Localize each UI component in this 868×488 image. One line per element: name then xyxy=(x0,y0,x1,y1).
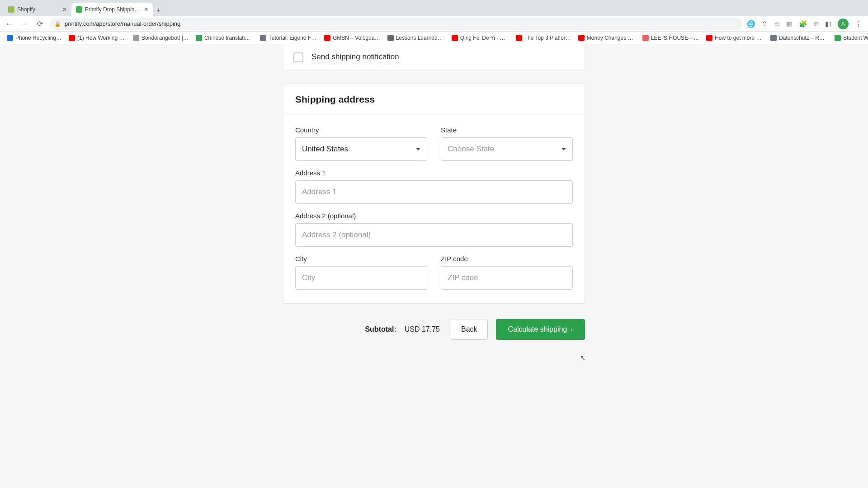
bookmark-item[interactable]: Sonderangebot! |… xyxy=(130,35,192,41)
state-label: State xyxy=(441,126,573,134)
back-button[interactable]: Back xyxy=(451,319,488,340)
back-button-label: Back xyxy=(461,325,477,333)
favicon-icon xyxy=(578,35,585,41)
country-value: United States xyxy=(302,145,348,154)
grid-icon[interactable]: ▦ xyxy=(786,20,793,28)
calculate-label: Calculate shipping xyxy=(508,325,567,333)
bookmark-label: The Top 3 Platfor… xyxy=(524,35,571,41)
side-panel-icon[interactable]: ◧ xyxy=(825,20,831,28)
favicon-icon xyxy=(324,35,330,41)
bookmark-label: How to get more v… xyxy=(715,35,763,41)
favicon-icon xyxy=(76,6,82,13)
bookmark-label: Money Changes E… xyxy=(587,35,635,41)
favicon-icon xyxy=(706,35,712,41)
page-content: Send shipping notification Shipping addr… xyxy=(0,44,868,353)
favicon-icon xyxy=(133,35,139,41)
subtotal-label: Subtotal: xyxy=(365,325,396,333)
calculate-shipping-button[interactable]: Calculate shipping › xyxy=(496,319,585,340)
zip-label: ZIP code xyxy=(441,255,573,263)
shipping-address-card: Shipping address Country United States S… xyxy=(283,84,585,304)
bookmark-item[interactable]: Money Changes E… xyxy=(575,35,638,41)
close-icon[interactable]: ✕ xyxy=(62,6,67,13)
bookmark-item[interactable]: Tutorial: Eigene Fa… xyxy=(257,35,320,41)
bookmark-label: LEE 'S HOUSE—… xyxy=(651,35,699,41)
close-icon[interactable]: ✕ xyxy=(144,6,148,13)
new-tab-button[interactable]: + xyxy=(153,5,165,16)
address1-input[interactable] xyxy=(295,180,573,204)
favicon-icon xyxy=(387,35,394,41)
favicon-icon xyxy=(7,35,13,41)
reload-icon[interactable]: ⟳ xyxy=(34,19,45,28)
favicon-icon xyxy=(770,35,777,41)
country-label: Country xyxy=(295,126,427,134)
cursor-icon: ↖ xyxy=(580,354,585,361)
favicon-icon xyxy=(196,35,202,41)
bookmark-item[interactable]: GMSN – Vologda… xyxy=(321,35,383,41)
browser-tab-shopify[interactable]: Shopify ✕ xyxy=(4,3,71,16)
bookmark-item[interactable]: LEE 'S HOUSE—… xyxy=(639,35,702,41)
bookmark-item[interactable]: Student Wants an… xyxy=(831,35,868,41)
favicon-icon xyxy=(452,35,458,41)
tabs-icon[interactable]: ⧉ xyxy=(814,20,819,28)
subtotal-value: USD 17.75 xyxy=(405,325,440,333)
footer-bar: Subtotal: USD 17.75 Back Calculate shipp… xyxy=(283,316,585,353)
send-shipping-checkbox[interactable] xyxy=(293,52,303,62)
favicon-icon xyxy=(260,35,266,41)
country-select[interactable]: United States xyxy=(295,137,427,161)
back-icon[interactable]: ← xyxy=(4,20,14,28)
city-input[interactable] xyxy=(295,266,427,290)
translate-icon[interactable]: 🌐 xyxy=(747,20,755,28)
bookmark-item[interactable]: The Top 3 Platfor… xyxy=(513,35,574,41)
bookmark-item[interactable]: Datenschutz – Re… xyxy=(767,35,830,41)
favicon-icon xyxy=(8,6,14,13)
bookmark-label: Student Wants an… xyxy=(843,35,868,41)
bookmark-item[interactable]: How to get more v… xyxy=(703,35,766,41)
forward-icon[interactable]: → xyxy=(19,20,30,28)
browser-toolbar: ← → ⟳ 🔒 printify.com/app/store/manual-or… xyxy=(0,16,868,32)
favicon-icon xyxy=(69,35,75,41)
state-select[interactable]: Choose State xyxy=(441,137,573,161)
favicon-icon xyxy=(516,35,522,41)
bookmark-label: Chinese translatio… xyxy=(204,35,253,41)
toolbar-actions: 🌐 ⇪ ☆ ▦ 🧩 ⧉ ◧ A ⋮ xyxy=(747,19,864,29)
tab-title: Printify Drop Shipping Print o xyxy=(85,6,141,13)
bookmark-label: Tutorial: Eigene Fa… xyxy=(269,35,317,41)
bookmark-item[interactable]: Chinese translatio… xyxy=(193,35,256,41)
chevron-right-icon: › xyxy=(571,326,573,333)
profile-avatar[interactable]: A xyxy=(838,19,849,29)
bookmark-item[interactable]: Lessons Learned f… xyxy=(384,35,448,41)
bookmark-item[interactable]: (1) How Working a… xyxy=(66,35,129,41)
bookmark-label: Lessons Learned f… xyxy=(396,35,444,41)
bookmark-label: (1) How Working a… xyxy=(77,35,126,41)
url-text: printify.com/app/store/manual-order/ship… xyxy=(65,20,180,27)
city-label: City xyxy=(295,255,427,263)
favicon-icon xyxy=(835,35,841,41)
address1-label: Address 1 xyxy=(295,169,573,177)
bookmark-item[interactable]: Qing Fei De Yi - Y… xyxy=(448,35,512,41)
browser-tab-strip: Shopify ✕ Printify Drop Shipping Print o… xyxy=(0,0,868,16)
favicon-icon xyxy=(642,35,649,41)
bookmark-label: Phone Recycling… xyxy=(15,35,61,41)
card-title: Shipping address xyxy=(295,94,573,105)
send-shipping-label[interactable]: Send shipping notification xyxy=(311,52,399,62)
chevron-down-icon xyxy=(416,148,420,150)
tab-title: Shopify xyxy=(17,6,60,13)
bookmarks-bar: Phone Recycling…(1) How Working a…Sonder… xyxy=(0,32,868,44)
notification-card: Send shipping notification xyxy=(283,44,585,71)
share-icon[interactable]: ⇪ xyxy=(762,20,768,28)
bookmark-label: Datenschutz – Re… xyxy=(779,35,827,41)
bookmark-label: Sonderangebot! |… xyxy=(142,35,189,41)
browser-tab-printify[interactable]: Printify Drop Shipping Print o ✕ xyxy=(71,3,153,16)
star-icon[interactable]: ☆ xyxy=(774,20,780,28)
address2-input[interactable] xyxy=(295,223,573,247)
bookmark-label: Qing Fei De Yi - Y… xyxy=(460,35,509,41)
bookmark-item[interactable]: Phone Recycling… xyxy=(4,35,65,41)
state-placeholder: Choose State xyxy=(448,145,494,154)
extensions-icon[interactable]: 🧩 xyxy=(799,20,807,28)
menu-icon[interactable]: ⋮ xyxy=(855,20,862,28)
bookmark-label: GMSN – Vologda… xyxy=(333,35,380,41)
address-bar[interactable]: 🔒 printify.com/app/store/manual-order/sh… xyxy=(50,18,742,30)
chevron-down-icon xyxy=(561,148,566,150)
zip-input[interactable] xyxy=(441,266,573,290)
address2-label: Address 2 (optional) xyxy=(295,212,573,220)
